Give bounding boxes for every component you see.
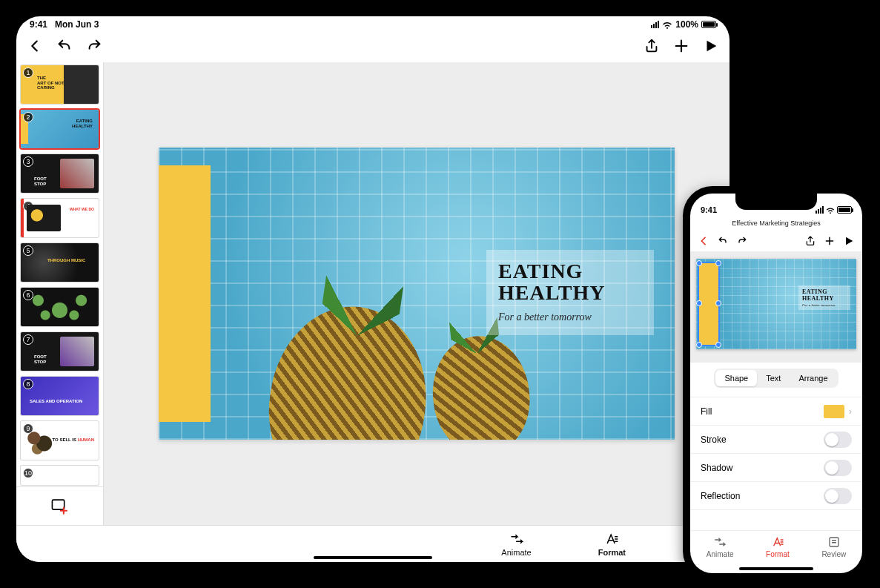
share-icon[interactable] bbox=[804, 235, 816, 247]
slide-number: 4 bbox=[23, 201, 33, 211]
wifi-icon bbox=[826, 205, 835, 214]
status-right bbox=[816, 205, 852, 214]
reflection-toggle[interactable] bbox=[824, 488, 852, 504]
thumb-label: FOOT STOP bbox=[34, 176, 47, 186]
battery-icon bbox=[837, 206, 852, 214]
slide-thumb-3[interactable]: 3 FOOT STOP bbox=[21, 154, 99, 193]
back-icon[interactable] bbox=[698, 235, 709, 247]
thumb-label: TO SELL IS HUMAN bbox=[53, 437, 94, 443]
add-slide-icon bbox=[50, 497, 70, 516]
slide-title: EATING HEALTHY bbox=[498, 260, 642, 304]
play-icon[interactable] bbox=[843, 235, 855, 247]
slide-number: 9 bbox=[23, 423, 33, 434]
thumb-label: THROUGH MUSIC bbox=[47, 258, 85, 263]
slide-number: 1 bbox=[23, 67, 33, 78]
tab-label: Review bbox=[821, 550, 846, 558]
selection-handle[interactable] bbox=[696, 300, 702, 306]
slide-thumb-1[interactable]: 1 THE ART OF NOT CARING bbox=[21, 65, 99, 104]
slide-canvas[interactable]: EATING HEALTHY For a better tomorrow bbox=[159, 148, 675, 440]
slide-text-box[interactable]: EATING HEALTHY For a better tomorrow bbox=[486, 250, 654, 335]
document-title-bar: Effective Marketing Strategies bbox=[690, 216, 862, 231]
property-row-reflection[interactable]: Reflection bbox=[690, 482, 862, 510]
home-indicator[interactable] bbox=[739, 567, 813, 570]
slide-number: 6 bbox=[23, 290, 33, 300]
slide-number: 3 bbox=[23, 156, 33, 167]
slide-number: 10 bbox=[23, 468, 33, 478]
tab-animate[interactable]: Animate bbox=[501, 532, 531, 557]
format-segmented-control: Shape Text Arrange bbox=[714, 369, 838, 388]
thumb-label: SALES AND OPERATION bbox=[30, 399, 82, 404]
add-icon[interactable] bbox=[673, 38, 689, 54]
iphone-slide-canvas-area[interactable]: EATING HEALTHY For a better tomorrow bbox=[690, 251, 862, 363]
add-slide-button[interactable] bbox=[16, 486, 103, 525]
property-row-fill[interactable]: Fill › bbox=[690, 397, 862, 426]
yellow-rectangle-shape[interactable] bbox=[159, 165, 211, 422]
slide-thumb-2[interactable]: 2 EATING HEALTHY bbox=[21, 110, 99, 148]
slide-number: 7 bbox=[23, 334, 33, 345]
property-label: Shadow bbox=[701, 463, 732, 473]
selection-handle[interactable] bbox=[696, 260, 702, 266]
slide-thumb-7[interactable]: 7 FOOT STOP bbox=[21, 332, 99, 371]
slide-text-box[interactable]: EATING HEALTHY For a better tomorrow bbox=[798, 285, 850, 310]
selection-handle[interactable] bbox=[715, 300, 721, 306]
format-icon bbox=[771, 535, 784, 549]
animate-icon bbox=[509, 532, 524, 546]
undo-icon[interactable] bbox=[56, 38, 73, 54]
slide-title: EATING HEALTHY bbox=[802, 288, 847, 302]
play-icon[interactable] bbox=[703, 38, 719, 54]
selection-handle[interactable] bbox=[696, 342, 702, 348]
share-icon[interactable] bbox=[644, 38, 660, 54]
property-row-stroke[interactable]: Stroke bbox=[690, 426, 862, 454]
battery-percent: 100% bbox=[675, 19, 698, 30]
tab-animate[interactable]: Animate bbox=[707, 535, 734, 558]
thumb-label: EATING HEALTHY bbox=[72, 119, 93, 128]
slide-canvas-area[interactable]: EATING HEALTHY For a better tomorrow bbox=[104, 62, 730, 525]
ipad-bottom-bar: Animate Format R bbox=[16, 525, 730, 562]
slide-thumb-6[interactable]: 6 bbox=[21, 288, 99, 326]
property-label: Stroke bbox=[701, 435, 727, 445]
segment-text[interactable]: Text bbox=[757, 370, 790, 386]
selection-handle[interactable] bbox=[715, 260, 721, 266]
status-right: 100% bbox=[651, 19, 716, 30]
slide-number: 5 bbox=[23, 245, 33, 256]
wifi-icon bbox=[662, 19, 672, 30]
segment-shape[interactable]: Shape bbox=[715, 370, 757, 386]
slide-number: 2 bbox=[23, 112, 33, 122]
slide-thumb-5[interactable]: 5 THROUGH MUSIC bbox=[21, 243, 99, 282]
tab-label: Format bbox=[598, 548, 626, 557]
tab-label: Format bbox=[766, 550, 790, 558]
redo-icon[interactable] bbox=[86, 38, 102, 54]
iphone-screen: 9:41 Effective Marketing Strategies bbox=[690, 194, 862, 573]
thumb-label: THE ART OF NOT CARING bbox=[37, 76, 64, 90]
stroke-toggle[interactable] bbox=[824, 432, 852, 448]
redo-icon[interactable] bbox=[736, 235, 748, 247]
home-indicator[interactable] bbox=[314, 556, 432, 559]
back-icon[interactable] bbox=[27, 38, 43, 54]
shadow-toggle[interactable] bbox=[824, 460, 852, 476]
add-icon[interactable] bbox=[824, 235, 836, 247]
ipad-toolbar bbox=[16, 33, 730, 62]
ipad-screen: 9:41 Mon Jun 3 100% bbox=[16, 16, 730, 562]
slide-canvas[interactable]: EATING HEALTHY For a better tomorrow bbox=[696, 259, 856, 349]
ipad-device-frame: 9:41 Mon Jun 3 100% bbox=[7, 7, 738, 571]
segment-arrange[interactable]: Arrange bbox=[790, 370, 836, 386]
property-label: Reflection bbox=[701, 491, 740, 501]
iphone-toolbar bbox=[690, 231, 862, 251]
slide-thumb-10[interactable]: 10 bbox=[21, 466, 99, 485]
battery-icon bbox=[701, 21, 716, 28]
tab-format[interactable]: Format bbox=[598, 532, 626, 557]
property-row-shadow[interactable]: Shadow bbox=[690, 454, 862, 482]
format-icon bbox=[604, 532, 619, 546]
status-time: 9:41 bbox=[30, 19, 47, 30]
property-label: Fill bbox=[701, 406, 712, 417]
iphone-notch bbox=[735, 194, 817, 210]
tab-format[interactable]: Format bbox=[766, 535, 790, 558]
slide-thumb-4[interactable]: 4 WHAT WE DO bbox=[21, 199, 99, 237]
undo-icon[interactable] bbox=[717, 235, 729, 247]
signal-icon bbox=[651, 21, 659, 28]
selection-handle[interactable] bbox=[715, 342, 721, 348]
slide-thumb-9[interactable]: 9 TO SELL IS HUMAN bbox=[21, 421, 99, 460]
tab-review[interactable]: Review bbox=[821, 535, 846, 558]
tab-label: Animate bbox=[707, 550, 734, 558]
slide-thumb-8[interactable]: 8 SALES AND OPERATION bbox=[21, 377, 99, 415]
